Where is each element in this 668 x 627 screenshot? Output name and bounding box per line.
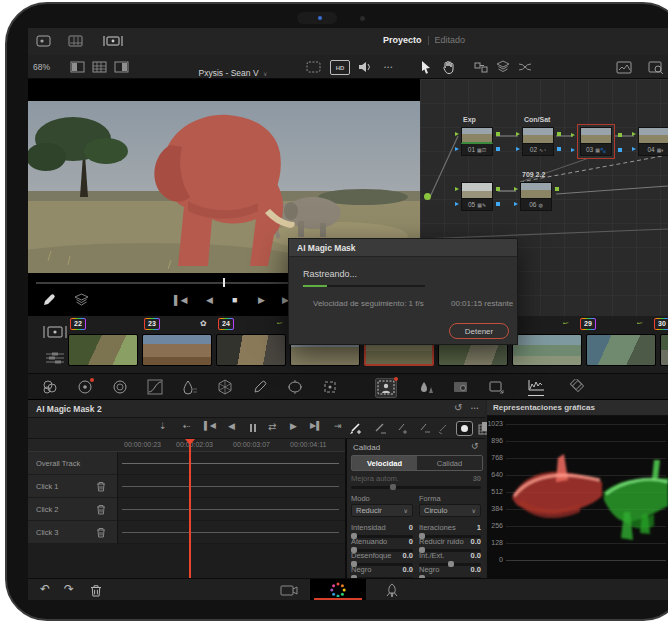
track-click2[interactable]: Click 2 [28,498,118,521]
layers-panel-icon[interactable] [568,379,584,395]
clips-strip-icon[interactable] [102,34,124,48]
pause-button[interactable] [250,424,256,432]
node-01[interactable]: Exp 01▦☑ [461,127,493,156]
color-warper-icon[interactable] [217,379,233,395]
clip-29[interactable] [586,334,656,366]
redo-button[interactable]: ↷ [64,582,74,596]
play-fwd-button[interactable]: ▶ [290,421,297,431]
power-window-icon[interactable] [287,379,303,395]
zoom-level[interactable]: 68% [33,62,50,72]
lane-overall[interactable] [118,452,345,475]
play-button[interactable]: ▶ [258,295,265,305]
mixer-icon[interactable] [518,61,532,73]
scrub-playhead[interactable] [223,278,225,287]
gallery-icon[interactable] [36,34,52,48]
scopes-icon[interactable] [528,378,544,396]
timeline-playhead[interactable] [189,439,191,578]
sizing-icon[interactable] [488,379,504,395]
blur-icon[interactable] [418,379,434,395]
clip-24[interactable] [216,334,286,366]
viewer-toolbar: 68% Pxysis - Sean V ∨ HD ••• [28,55,668,79]
wipe-modes-icon[interactable] [74,293,89,306]
track-one-fwd-icon[interactable]: ⇥ [334,421,342,431]
split-viewer-icon[interactable] [114,61,129,73]
color-wheels-icon[interactable] [42,379,58,395]
color-page-tab[interactable] [310,579,366,600]
go-start-button[interactable]: ▌◀ [204,421,216,430]
cursor-tool-icon[interactable] [420,60,432,74]
panel-more-icon[interactable]: ••• [471,406,479,411]
clip-title[interactable]: Pxysis - Sean V ∨ [148,62,318,80]
tab-proyecto[interactable]: Proyecto [383,35,422,45]
clip-28[interactable] [512,334,582,366]
stills-icon[interactable] [616,61,632,74]
tracker-icon[interactable] [322,379,338,395]
patch-replacer-icon[interactable] [453,379,469,395]
layers-icon[interactable] [496,60,510,73]
track-reverse-icon[interactable]: ⇣ [159,421,167,431]
lane-click3[interactable] [118,521,345,544]
delete-click2-icon[interactable] [96,504,106,515]
node-01-label: Exp [463,116,476,123]
source-port[interactable] [424,193,431,200]
clip-23[interactable] [142,334,212,366]
playhead-handle[interactable] [185,439,195,445]
go-end-button[interactable]: ▶▌ [310,421,322,430]
hdr-wheels-icon[interactable] [112,379,128,395]
qualifier-icon[interactable] [182,379,198,395]
delete-click1-icon[interactable] [96,481,106,492]
track-click1[interactable]: Click 1 [28,475,118,498]
node-add-icon[interactable] [474,61,488,73]
play-back-button[interactable]: ◀ [228,421,235,431]
lut-browser-icon[interactable] [648,61,664,74]
curves-icon[interactable] [147,379,163,395]
panel-reset-icon[interactable]: ↺ [454,403,462,413]
strip-clips-icon[interactable] [42,324,68,340]
title-caret-icon: ∨ [263,71,267,77]
node-04[interactable]: 04▦◐ [638,127,668,156]
add-stroke-icon[interactable] [348,422,362,435]
scope-y-1023: 1023 [403,420,503,427]
track-click3[interactable]: Click 3 [28,521,118,544]
node-06[interactable]: 709 2.2 06◍ [520,182,552,211]
remove-stroke-icon[interactable] [372,422,386,435]
jump-start-button[interactable]: ▌◀ [174,295,187,305]
clip-22[interactable] [68,334,138,366]
undo-button[interactable]: ↶ [40,582,50,596]
hand-tool-icon[interactable] [442,60,455,74]
picker-icon[interactable] [42,293,56,307]
track-one-back-icon[interactable]: ⇠ [183,421,191,431]
node-05[interactable]: 05▦✎ [461,182,493,211]
single-viewer-icon[interactable] [70,61,85,73]
stop-button[interactable]: ■ [232,295,237,305]
stop-tracking-button[interactable]: Detener [449,323,509,339]
node-02[interactable]: Con/Sat 02∿◔ [522,127,554,156]
luts-icon[interactable] [68,34,84,48]
lane-click1[interactable] [118,475,345,498]
eyedropper-tool-icon[interactable] [252,379,268,395]
node-03-selected[interactable]: 03▦🐾 [577,124,615,159]
strip-timeline-icon[interactable] [44,350,66,364]
viewer-more-icon[interactable]: ••• [384,64,393,70]
magic-mask-icon[interactable] [375,378,397,398]
cut-page-icon[interactable] [280,584,298,597]
clip-30[interactable] [660,334,668,366]
trash-button[interactable] [90,584,102,597]
proxy-quality-icon[interactable]: HD [330,60,350,75]
panel-title: AI Magic Mask 2 [36,404,102,414]
primaries-icon[interactable] [77,379,93,395]
camera-indicator-dot [318,16,322,20]
delete-click3-icon[interactable] [96,527,106,538]
dialog-title: AI Magic Mask [297,243,356,253]
play-reverse-button[interactable]: ◀ [206,295,213,305]
mode-label: Modo [351,494,370,503]
bypass-icon[interactable] [306,61,321,73]
scope-y-384: 384 [403,505,503,512]
lane-click2[interactable] [118,498,345,521]
track-overall[interactable]: Overall Track [28,452,118,475]
ping-pong-button[interactable]: ⇄ [268,421,276,432]
audio-icon[interactable] [358,61,372,73]
tab-editado[interactable]: Editado [435,35,466,45]
grid-viewer-icon[interactable] [92,61,107,73]
quick-export-icon[interactable] [384,583,399,598]
